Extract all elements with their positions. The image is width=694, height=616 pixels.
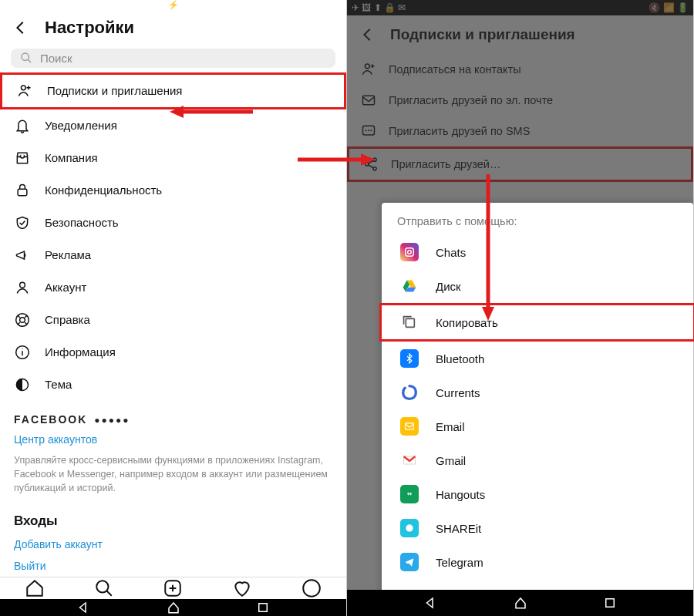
share-app-telegram[interactable]: Telegram: [382, 545, 693, 579]
settings-item-label: Безопасность: [45, 216, 119, 229]
megaphone-icon: [14, 247, 31, 264]
share-app-bluetooth[interactable]: Bluetooth: [382, 342, 693, 375]
svg-point-0: [22, 53, 29, 60]
svg-rect-23: [606, 599, 615, 608]
phone-right: ✈ 🖼 ⬆ 🔒 ✉ 🔇 📶 🔋 Подписки и приглашения П…: [347, 0, 694, 616]
status-bar-left: ⚡: [0, 0, 346, 10]
settings-item-theme[interactable]: Тема: [0, 369, 346, 401]
settings-menu: Подписки и приглашения Уведомления Компа…: [0, 68, 346, 406]
share-app-label: Email: [436, 420, 465, 433]
home-tab-icon[interactable]: [25, 578, 45, 598]
search-tab-icon[interactable]: [94, 578, 114, 598]
svg-rect-2: [18, 189, 27, 195]
telegram-app-icon: [400, 553, 419, 571]
svg-point-22: [406, 524, 413, 531]
nav-back-icon[interactable]: [76, 601, 90, 614]
search-placeholder: Поиск: [40, 52, 72, 65]
share-app-label: Bluetooth: [436, 352, 484, 365]
share-app-gdrive[interactable]: Диск: [382, 269, 693, 303]
settings-item-help[interactable]: Справка: [0, 304, 346, 336]
store-icon: [14, 150, 31, 167]
lock-icon: [14, 182, 31, 199]
share-app-currents[interactable]: Currents: [382, 375, 693, 409]
hangouts-app-icon: [400, 485, 419, 503]
facebook-section: FACEBOOK ●●●●● Центр аккаунтов Управляйт…: [0, 413, 346, 503]
share-app-label: Gmail: [436, 454, 466, 467]
nav-back-icon[interactable]: [423, 596, 437, 610]
logout-link[interactable]: Выйти: [0, 555, 346, 577]
share-app-label: Диск: [436, 280, 461, 293]
share-app-list: Chats Диск Копировать Bluetooth Currents…: [382, 235, 693, 579]
nav-home-icon[interactable]: [514, 596, 527, 610]
android-nav-bar-right: [347, 590, 693, 616]
share-app-label: Hangouts: [436, 488, 485, 501]
help-icon: [14, 311, 31, 328]
share-app-copy[interactable]: Копировать: [379, 303, 694, 342]
svg-point-19: [408, 251, 412, 254]
share-app-gmail[interactable]: Gmail: [382, 443, 693, 477]
settings-item-lock[interactable]: Конфиденциальность: [0, 174, 346, 207]
svg-rect-20: [406, 318, 414, 327]
shareit-app-icon: [400, 519, 419, 537]
settings-item-megaphone[interactable]: Реклама: [0, 239, 346, 271]
settings-item-info[interactable]: Информация: [0, 336, 346, 369]
settings-item-label: Уведомления: [45, 119, 117, 132]
share-app-label: Telegram: [436, 556, 483, 569]
share-app-label: SHAREit: [436, 522, 481, 535]
accounts-center-link[interactable]: Центр аккаунтов: [14, 430, 332, 449]
bluetooth-app-icon: [400, 349, 419, 368]
gmail-app-icon: [400, 451, 419, 470]
facebook-title: FACEBOOK ●●●●●: [14, 413, 332, 426]
settings-item-label: Тема: [45, 378, 72, 391]
add-account-link[interactable]: Добавить аккаунт: [0, 534, 346, 555]
nav-home-icon[interactable]: [167, 601, 180, 614]
charging-icon: ⚡: [168, 0, 179, 10]
svg-point-5: [20, 317, 25, 322]
settings-item-label: Конфиденциальность: [45, 183, 162, 197]
facebook-apps-icons: ●●●●●: [94, 415, 130, 426]
settings-item-shield[interactable]: Безопасность: [0, 207, 346, 239]
instagram-app-icon: [400, 243, 419, 261]
gdrive-app-icon: [400, 277, 419, 295]
profile-tab-icon[interactable]: [302, 578, 322, 598]
settings-item-account[interactable]: Аккаунт: [0, 271, 346, 304]
share-app-shareit[interactable]: SHAREit: [382, 511, 693, 545]
share-app-email[interactable]: Email: [382, 409, 693, 443]
share-sheet: Отправить с помощью: Chats Диск Копирова…: [382, 203, 693, 616]
account-icon: [14, 279, 31, 296]
share-app-label: Currents: [436, 386, 480, 399]
share-sheet-title: Отправить с помощью:: [382, 203, 693, 235]
shield-icon: [14, 214, 31, 231]
email-app-icon: [400, 417, 419, 436]
settings-item-store[interactable]: Компания: [0, 142, 346, 174]
back-icon[interactable]: [12, 19, 29, 36]
svg-point-3: [20, 282, 25, 288]
svg-point-8: [96, 581, 108, 592]
search-input[interactable]: Поиск: [11, 49, 335, 68]
phone-left: ⚡ Настройки Поиск Подписки и приглашения…: [0, 0, 347, 616]
svg-rect-18: [406, 248, 414, 257]
currents-app-icon: [400, 383, 419, 402]
svg-point-10: [303, 580, 320, 597]
settings-item-label: Аккаунт: [45, 281, 86, 294]
share-app-instagram[interactable]: Chats: [382, 235, 693, 269]
settings-item-label: Информация: [45, 345, 116, 358]
nav-recent-icon[interactable]: [603, 596, 617, 610]
logins-heading: Входы: [0, 503, 346, 534]
bottom-tab-bar: [0, 577, 346, 599]
create-tab-icon[interactable]: [163, 578, 183, 598]
share-app-label: Chats: [436, 246, 466, 259]
copy-app-icon: [400, 313, 419, 332]
nav-recent-icon[interactable]: [256, 601, 270, 614]
svg-rect-21: [406, 423, 414, 429]
settings-item-follow[interactable]: Подписки и приглашения: [0, 72, 346, 109]
svg-rect-11: [259, 604, 268, 612]
accounts-center-desc: Управляйте кросс-сервисными функциями в …: [14, 449, 332, 503]
activity-tab-icon[interactable]: [232, 578, 252, 598]
follow-icon: [16, 82, 33, 99]
settings-item-bell[interactable]: Уведомления: [0, 109, 346, 142]
svg-point-1: [21, 85, 25, 89]
info-icon: [14, 344, 31, 361]
share-app-hangouts[interactable]: Hangouts: [382, 477, 693, 511]
left-header: Настройки: [0, 10, 346, 49]
